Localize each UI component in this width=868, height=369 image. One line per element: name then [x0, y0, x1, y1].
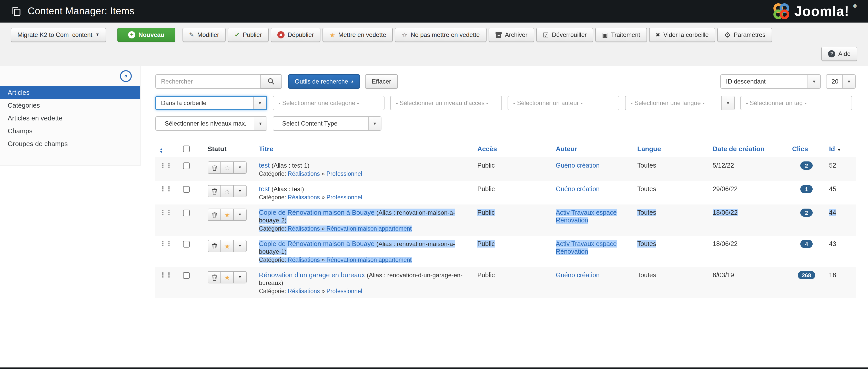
- category-parent-link[interactable]: Réalisations: [288, 171, 320, 177]
- trash-button[interactable]: [208, 185, 221, 197]
- access-level: Public: [477, 162, 495, 169]
- category-child-link[interactable]: Professionnel: [326, 288, 362, 294]
- ordering-sort-icon[interactable]: ▲▼: [159, 147, 163, 154]
- category-separator: »: [321, 194, 325, 200]
- status-dropdown-button[interactable]: ▾: [233, 209, 247, 221]
- feature-star-button[interactable]: ☆: [220, 162, 234, 174]
- category-label: Catégorie:: [259, 194, 286, 200]
- drag-handle-icon[interactable]: ⋮⋮: [159, 271, 172, 279]
- column-header-author[interactable]: Auteur: [552, 141, 633, 157]
- search-input[interactable]: [155, 74, 261, 89]
- help-button[interactable]: ? Aide: [822, 47, 857, 61]
- row-checkbox[interactable]: [183, 241, 190, 247]
- trash-button[interactable]: [208, 162, 221, 174]
- feature-star-button[interactable]: ☆: [220, 185, 234, 197]
- sidebar-item-field-groups[interactable]: Groupes de champs: [0, 137, 140, 150]
- select-all-checkbox[interactable]: [183, 145, 190, 152]
- caret-down-icon: ▾: [239, 189, 241, 193]
- article-title-link[interactable]: Rénovation d’un garage en bureaux: [259, 271, 365, 279]
- category-filter-select[interactable]: - Sélectionner une catégorie -: [273, 96, 384, 110]
- category-parent-link[interactable]: Réalisations: [288, 288, 320, 294]
- author-link[interactable]: Guéno création: [556, 272, 599, 279]
- sort-order-select[interactable]: ID descendant ▼: [720, 74, 821, 89]
- status-dropdown-button[interactable]: ▾: [233, 271, 247, 283]
- trash-button[interactable]: [208, 271, 221, 283]
- tag-filter-select[interactable]: - Sélectionner un tag -: [740, 96, 852, 110]
- access-filter-select[interactable]: - Sélectionner un niveau d'accès -: [390, 96, 502, 110]
- row-checkbox[interactable]: [183, 210, 190, 216]
- feature-star-button[interactable]: ★: [220, 209, 234, 221]
- drag-handle-icon[interactable]: ⋮⋮: [159, 185, 172, 193]
- migrate-k2-button[interactable]: Migrate K2 to Com_content ▼: [11, 28, 106, 42]
- clear-button[interactable]: Effacer: [365, 74, 398, 89]
- search-tools-button[interactable]: Outils de recherche ▴: [288, 74, 360, 89]
- row-checkbox[interactable]: [183, 272, 190, 279]
- hits-badge: 2: [800, 209, 813, 217]
- column-header-date[interactable]: Date de création: [709, 141, 788, 157]
- trash-button[interactable]: [208, 240, 221, 252]
- category-child-link[interactable]: Rénovation maison appartement: [326, 257, 411, 263]
- article-title-link[interactable]: test: [259, 162, 270, 169]
- drag-handle-icon[interactable]: ⋮⋮: [159, 162, 172, 169]
- options-button[interactable]: ⚙ Paramètres: [717, 28, 772, 42]
- table-body: ⋮⋮ ☆ ▾ test (Alias : test-1): [155, 157, 856, 298]
- category-child-link[interactable]: Professionnel: [326, 194, 362, 200]
- archive-button[interactable]: Archiver: [488, 28, 534, 42]
- checkin-button[interactable]: ☑ Déverrouiller: [536, 28, 593, 42]
- unpublish-button[interactable]: ✖ Dépublier: [271, 28, 321, 42]
- caret-down-icon: ▼: [807, 75, 820, 88]
- new-button[interactable]: + Nouveau: [117, 28, 175, 42]
- author-link[interactable]: Activ Travaux espace Rénovation: [556, 240, 617, 255]
- status-filter-select[interactable]: Dans la corbeille ▼: [155, 96, 267, 110]
- column-header-title[interactable]: Titre: [255, 141, 473, 157]
- column-header-language[interactable]: Langue: [633, 141, 709, 157]
- unfeature-button[interactable]: ☆ Ne pas mettre en vedette: [395, 28, 487, 42]
- feature-star-button[interactable]: ★: [220, 240, 234, 252]
- feature-star-button[interactable]: ★: [220, 271, 234, 283]
- status-dropdown-button[interactable]: ▾: [233, 162, 247, 174]
- sidebar-collapse-button[interactable]: «: [120, 70, 132, 82]
- sidebar-item-articles[interactable]: Articles: [0, 86, 140, 99]
- author-link[interactable]: Guéno création: [556, 162, 599, 169]
- sidebar-item-featured-articles[interactable]: Articles en vedette: [0, 112, 140, 125]
- category-parent-link[interactable]: Réalisations: [288, 194, 320, 200]
- row-checkbox[interactable]: [183, 186, 190, 193]
- feature-button[interactable]: ★ Mettre en vedette: [322, 28, 393, 42]
- category-separator: »: [321, 171, 325, 177]
- copy-stack-icon: [11, 6, 22, 16]
- row-checkbox[interactable]: [183, 163, 190, 169]
- article-title-link[interactable]: test: [259, 185, 270, 193]
- status-dropdown-button[interactable]: ▾: [233, 185, 247, 197]
- publish-button[interactable]: ✔ Publier: [228, 28, 269, 42]
- author-filter-select[interactable]: - Sélectionner un auteur -: [507, 96, 619, 110]
- empty-trash-button[interactable]: ✖ Vider la corbeille: [649, 28, 715, 42]
- category-parent-link[interactable]: Réalisations: [288, 257, 320, 263]
- sidebar-item-categories[interactable]: Catégories: [0, 99, 140, 112]
- search-button[interactable]: [260, 74, 282, 89]
- article-title-link[interactable]: Copie de Rénovation maison à Bouaye: [259, 209, 374, 216]
- article-alias: (Alias : test-1): [272, 162, 309, 169]
- edit-button[interactable]: ✎ Modifier: [182, 28, 226, 42]
- author-link[interactable]: Guéno création: [556, 186, 599, 193]
- trash-button[interactable]: [208, 209, 221, 221]
- language-filter-select[interactable]: - Sélectionner une langue - ▼: [625, 96, 735, 110]
- article-title-link[interactable]: Copie de Rénovation maison à Bouaye: [259, 240, 374, 247]
- table-header-row: ▲▼ Statut Titre Accès Auteur Langue Date…: [155, 141, 856, 157]
- list-limit-select[interactable]: 20 ▼: [826, 74, 856, 89]
- access-level: Public: [477, 209, 495, 216]
- drag-handle-icon[interactable]: ⋮⋮: [159, 209, 172, 216]
- batch-button[interactable]: ▣ Traitement: [595, 28, 647, 42]
- author-link[interactable]: Activ Travaux espace Rénovation: [556, 209, 617, 224]
- column-header-access[interactable]: Accès: [473, 141, 552, 157]
- category-parent-link[interactable]: Réalisations: [288, 226, 320, 232]
- column-header-id[interactable]: Id▼: [825, 141, 856, 157]
- content-type-filter-select[interactable]: - Select Content Type - ▼: [273, 116, 381, 131]
- status-dropdown-button[interactable]: ▾: [233, 240, 247, 252]
- category-child-link[interactable]: Professionnel: [326, 171, 362, 177]
- drag-handle-icon[interactable]: ⋮⋮: [159, 240, 172, 247]
- category-child-link[interactable]: Rénovation maison appartement: [326, 226, 411, 232]
- creation-date: 18/06/22: [713, 209, 738, 216]
- column-header-hits[interactable]: Clics: [788, 141, 825, 157]
- max-levels-filter-select[interactable]: - Sélectionner les niveaux max. ▼: [155, 116, 267, 131]
- sidebar-item-fields[interactable]: Champs: [0, 125, 140, 137]
